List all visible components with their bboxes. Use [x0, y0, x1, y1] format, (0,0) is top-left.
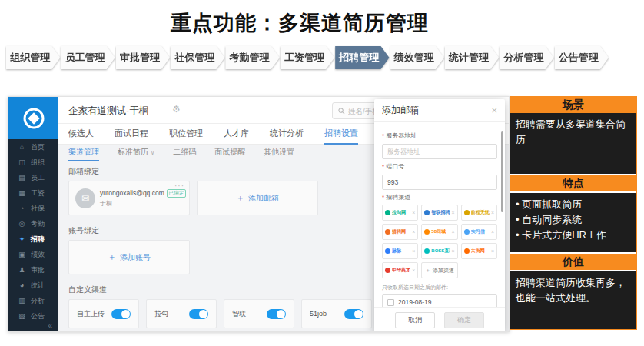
sidebar-item-recruit[interactable]: ✦招聘: [8, 231, 58, 247]
add-email-card[interactable]: ＋添加邮箱: [197, 181, 318, 215]
remove-channel-icon[interactable]: ×: [452, 229, 455, 235]
toggle-51job[interactable]: [344, 309, 363, 319]
sidebar-item-attendance[interactable]: ◎考勤: [8, 216, 58, 231]
feature-tab-performance[interactable]: 绩效管理: [390, 46, 444, 69]
sidebar-item-social[interactable]: ◔社保: [8, 201, 58, 216]
tab-stats-analysis[interactable]: 统计分析: [270, 124, 304, 145]
feature-tab-statistics[interactable]: 统计管理: [445, 46, 499, 69]
feature-tab-org[interactable]: 组织管理: [6, 46, 60, 69]
subtab-standard-resume[interactable]: 标准简历∨: [118, 145, 154, 161]
sidebar-item-performance[interactable]: ▣绩效: [8, 247, 58, 262]
sidebar-item-analysis[interactable]: ▥分析: [8, 293, 58, 308]
feature-tab-recruit[interactable]: 招聘管理: [335, 46, 389, 69]
sidebar-item-home[interactable]: ⌂首页: [8, 139, 58, 155]
sidebar-collapse-icon[interactable]: «: [48, 321, 52, 330]
gear-icon[interactable]: ⚙: [172, 104, 181, 115]
tab-candidates[interactable]: 候选人: [68, 124, 94, 145]
modal-scrollbar[interactable]: [501, 131, 503, 212]
feature-tab-social[interactable]: 社保管理: [171, 46, 224, 69]
sidebar-item-statistics[interactable]: ◕统计: [8, 278, 58, 293]
channel-logo-icon: [464, 248, 470, 254]
calendar-icon: [387, 299, 394, 306]
sidebar-item-salary[interactable]: ▦工资: [8, 185, 58, 201]
performance-icon: ▣: [17, 251, 27, 258]
email-address: yutongoxalis@qq.com: [100, 189, 164, 197]
feature-bullet: 页面抓取简历: [516, 197, 631, 212]
remove-channel-icon[interactable]: ×: [491, 210, 494, 215]
chip-58: 58同城×: [421, 224, 457, 240]
channel-logo-icon: [464, 210, 470, 215]
chip-shixiseng: 实习僧×: [461, 224, 497, 240]
cancel-button[interactable]: 取消: [395, 312, 435, 328]
remove-channel-icon[interactable]: ×: [491, 248, 494, 254]
sidebar-item-org[interactable]: ◫组织: [8, 155, 58, 170]
remove-channel-icon[interactable]: ×: [412, 268, 415, 273]
feature-bullet: 自动同步系统: [516, 212, 631, 228]
remove-channel-icon[interactable]: ×: [491, 229, 494, 235]
scenario-header: 场景: [510, 97, 636, 113]
tab-interview-schedule[interactable]: 面试日程: [115, 124, 148, 145]
tab-talent-pool[interactable]: 人才库: [224, 124, 249, 145]
tab-position-mgmt[interactable]: 职位管理: [169, 124, 203, 145]
toggle-self-upload[interactable]: [111, 309, 131, 319]
modal-title: 添加邮箱: [382, 104, 419, 117]
sidebar-item-employee[interactable]: ▤员工: [8, 170, 58, 185]
remove-channel-icon[interactable]: ×: [452, 210, 455, 215]
channel-logo-icon: [424, 248, 430, 254]
feature-tab-attendance[interactable]: 考勤管理: [225, 46, 279, 69]
salary-icon: ▦: [17, 189, 27, 197]
app-logo: [8, 97, 58, 139]
date-value: 2019-08-19: [398, 298, 431, 306]
feature-tab-approval[interactable]: 审批管理: [116, 46, 170, 69]
plus-icon: ＋: [425, 267, 430, 274]
feature-tab-salary[interactable]: 工资管理: [281, 46, 334, 69]
sidebar-item-approval[interactable]: ♟审批: [8, 262, 58, 278]
chip-liepin: 猎聘网×: [382, 224, 418, 240]
toggle-lagou[interactable]: [189, 309, 208, 319]
toggle-zhilian[interactable]: [267, 309, 286, 319]
logo-icon: [21, 105, 47, 131]
modal-header: 添加邮箱 ×: [374, 99, 505, 122]
envelope-icon: ✉: [75, 188, 95, 208]
chip-zhaopin: 智联招聘×: [421, 205, 457, 221]
remove-channel-icon[interactable]: ×: [412, 248, 415, 254]
channel-card-51job: 51job: [301, 299, 372, 328]
feature-tab-analysis[interactable]: 分析管理: [500, 46, 553, 69]
channel-logo-icon: [385, 248, 390, 254]
feature-tab-employee[interactable]: 员工管理: [61, 46, 115, 69]
features-header: 特点: [510, 175, 636, 191]
add-channel-button[interactable]: ＋添加渠道: [421, 262, 457, 278]
channel-chip-grid: 拉勾网× 智联招聘× 前程无忧× 猎聘网× 58同城× 实习僧× 脉脉× BOS…: [382, 205, 497, 278]
subtab-channel-mgmt[interactable]: 渠道管理: [68, 145, 99, 161]
attendance-icon: ◎: [17, 220, 27, 228]
tab-recruit-settings[interactable]: 招聘设置: [324, 124, 358, 145]
feature-tab-announce[interactable]: 公告管理: [555, 46, 609, 69]
bound-badge: 已绑定: [167, 189, 187, 198]
channel-card-zhilian: 智联: [224, 299, 294, 328]
subtab-other-settings[interactable]: 其他设置: [264, 145, 294, 161]
org-icon: ◫: [17, 158, 27, 166]
sidebar: ⌂首页 ◫组织 ▤员工 ▦工资 ◔社保 ◎考勤 ✦招聘 ▣绩效 ♟审批 ◕统计 …: [8, 139, 58, 332]
scenario-body: 招聘需要从多渠道集合简历: [510, 113, 636, 174]
remove-channel-icon[interactable]: ×: [452, 248, 455, 254]
port-input[interactable]: [382, 175, 497, 190]
chip-maimai: 脉脉×: [382, 243, 418, 259]
remove-channel-icon[interactable]: ×: [412, 229, 415, 235]
recruit-icon: ✦: [17, 235, 27, 243]
add-account-card[interactable]: ＋添加账号: [68, 240, 190, 274]
close-icon[interactable]: ×: [491, 105, 497, 116]
confirm-button[interactable]: 确定: [444, 312, 484, 328]
social-security-icon: ◔: [17, 205, 27, 212]
feature-bullet: 卡片式方便HR工作: [516, 228, 631, 243]
subtab-qrcode[interactable]: 二维码: [173, 145, 196, 161]
server-input[interactable]: [382, 144, 497, 159]
announce-icon: ▧: [17, 312, 27, 320]
port-label: *端口号: [382, 162, 497, 171]
plus-icon: ＋: [236, 193, 244, 202]
more-menu-icon[interactable]: ···: [174, 181, 184, 190]
value-body: 招聘渠道简历收集再多，也能一站式处理。: [510, 271, 636, 329]
bound-email-card: ✉ yutongoxalis@qq.com已绑定 于桐 ···: [68, 181, 190, 215]
subtab-interview-reminder[interactable]: 面试提醒: [214, 145, 245, 161]
modal-body: *服务器地址 *端口号 *招聘渠道 拉勾网× 智联招聘× 前程无忧× 猎聘网× …: [374, 122, 505, 332]
remove-channel-icon[interactable]: ×: [412, 210, 415, 215]
